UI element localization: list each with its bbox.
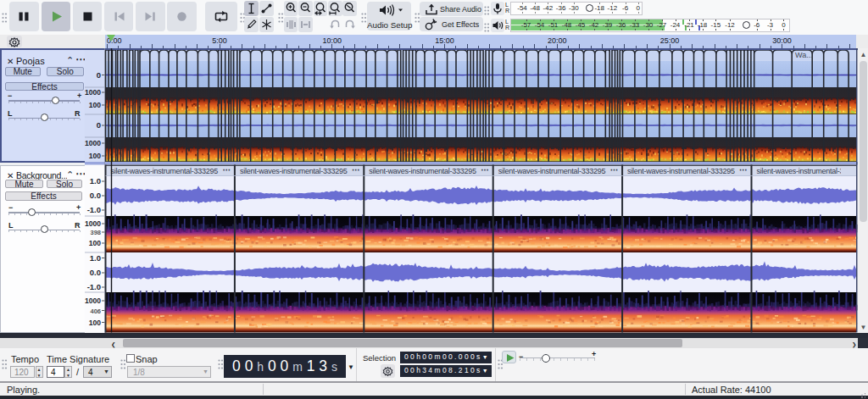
- svg-text:0: 0: [97, 120, 101, 130]
- svg-text:1.0: 1.0: [90, 253, 101, 263]
- svg-text:⋯: ⋯: [352, 165, 360, 175]
- svg-text:0.0: 0.0: [90, 268, 101, 277]
- svg-text:100: 100: [89, 101, 101, 109]
- svg-text:0: 0: [97, 70, 101, 80]
- svg-text:1000: 1000: [85, 219, 101, 228]
- svg-text:100: 100: [89, 319, 101, 327]
- svg-text:⋯: ⋯: [223, 165, 231, 175]
- svg-text:100: 100: [89, 152, 101, 160]
- svg-text:silent-waves-instrumental-3332: silent-waves-instrumental-333295: [627, 167, 735, 175]
- svg-text:1000: 1000: [85, 296, 101, 305]
- svg-text:-1.0: -1.0: [87, 205, 101, 214]
- svg-text:406: 406: [90, 308, 101, 315]
- svg-text:0.0: 0.0: [90, 191, 101, 200]
- svg-text:silent-waves-instrumental-3332: silent-waves-instrumental-333295: [498, 167, 606, 175]
- svg-text:-1.0: -1.0: [87, 282, 101, 291]
- svg-text:398: 398: [90, 229, 101, 236]
- svg-text:100: 100: [89, 239, 101, 247]
- svg-text:⋯: ⋯: [739, 165, 748, 175]
- svg-text:⋯: ⋯: [481, 165, 489, 175]
- svg-text:1000: 1000: [85, 139, 101, 147]
- svg-text:silent-waves-instrumental-3332: silent-waves-instrumental-333295: [369, 167, 476, 175]
- svg-text:silent-waves-instrumental-3332: silent-waves-instrumental-333295: [240, 167, 348, 175]
- svg-text:⋯: ⋯: [610, 165, 619, 175]
- svg-text:Wa...: Wa...: [795, 51, 813, 59]
- svg-text:1000: 1000: [85, 88, 101, 97]
- svg-text:1.0: 1.0: [90, 176, 101, 186]
- svg-text:silent-waves-instrumental-3332: silent-waves-instrumental-333295: [111, 167, 219, 175]
